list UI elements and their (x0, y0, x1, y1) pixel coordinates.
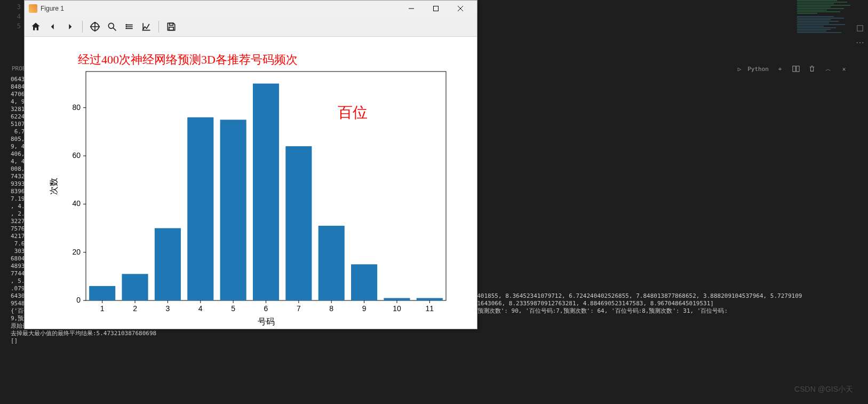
bar (187, 117, 213, 300)
window-close-button[interactable] (448, 1, 473, 17)
figure-window: Figure 1 (24, 0, 477, 329)
window-maximize-button[interactable] (424, 1, 448, 17)
svg-text:10: 10 (393, 304, 401, 313)
bar (155, 228, 181, 300)
chart-annotation: 百位 (338, 104, 368, 121)
svg-text:5: 5 (231, 304, 235, 313)
terminal-kernel-icon: ▷ (738, 66, 742, 73)
ide-side-button[interactable] (854, 22, 866, 34)
terminal-close-icon[interactable]: ✕ (839, 64, 849, 74)
terminal-trash-icon[interactable] (807, 64, 817, 74)
svg-point-4 (108, 23, 114, 28)
chart-svg: 经过400次神经网络预测3D各推荐号码频次0204060801234567891… (25, 37, 478, 330)
toolbar-save-button[interactable] (163, 19, 179, 35)
plot-area[interactable]: 经过400次神经网络预测3D各推荐号码频次0204060801234567891… (25, 37, 477, 329)
svg-text:9: 9 (362, 304, 367, 313)
svg-rect-2 (797, 66, 799, 72)
x-axis-label: 号码 (258, 317, 275, 326)
toolbar-zoom-button[interactable] (104, 19, 120, 35)
terminal-tabs: ▷ Python + ︿ ✕ (738, 64, 849, 74)
toolbar-separator (82, 21, 83, 33)
svg-text:8: 8 (329, 304, 333, 313)
bar (122, 274, 148, 300)
toolbar-home-button[interactable] (28, 19, 44, 35)
svg-text:4: 4 (198, 304, 203, 313)
svg-rect-0 (857, 26, 863, 31)
bar (89, 286, 115, 300)
bar (384, 298, 410, 300)
toolbar-separator (158, 21, 159, 33)
terminal-kernel-label[interactable]: Python (747, 66, 769, 73)
toolbar-pan-button[interactable] (87, 19, 103, 35)
svg-rect-3 (434, 6, 439, 11)
bar (253, 84, 279, 300)
svg-text:6: 6 (264, 304, 268, 313)
svg-rect-1 (793, 66, 795, 72)
window-minimize-button[interactable] (399, 1, 424, 17)
line-number: 3 (3, 2, 21, 12)
svg-text:3: 3 (166, 304, 170, 313)
bar (318, 226, 345, 300)
svg-text:11: 11 (426, 304, 434, 313)
toolbar-subplots-button[interactable] (121, 19, 137, 35)
figure-toolbar (25, 17, 477, 37)
svg-rect-5 (169, 27, 173, 30)
figure-title-bar[interactable]: Figure 1 (25, 1, 477, 17)
toolbar-axes-button[interactable] (138, 19, 154, 35)
terminal-split-icon[interactable] (791, 64, 801, 74)
svg-text:0: 0 (76, 296, 81, 304)
svg-text:20: 20 (72, 248, 81, 256)
svg-text:60: 60 (72, 151, 81, 160)
svg-text:80: 80 (72, 103, 81, 112)
line-number: 5 (3, 21, 21, 31)
chart-title: 经过400次神经网络预测3D各推荐号码频次 (78, 53, 298, 66)
svg-text:40: 40 (72, 199, 81, 208)
line-number: 4 (3, 12, 21, 21)
ide-side-button[interactable]: ⋯ (854, 36, 866, 48)
figure-app-icon (29, 4, 37, 13)
watermark-text: CSDN @GIS小天 (794, 385, 853, 394)
bar (351, 264, 377, 300)
svg-text:1: 1 (100, 304, 105, 313)
figure-title: Figure 1 (41, 5, 64, 12)
toolbar-forward-button[interactable] (62, 19, 78, 35)
svg-text:2: 2 (133, 304, 137, 313)
terminal-add-button[interactable]: + (775, 64, 785, 74)
bar (417, 298, 443, 300)
bar (285, 146, 312, 300)
svg-rect-6 (170, 23, 173, 25)
svg-text:7: 7 (297, 304, 301, 313)
y-axis-label: 次数 (49, 178, 58, 195)
editor-gutter: 3 4 5 (0, 0, 24, 64)
toolbar-back-button[interactable] (45, 19, 61, 35)
bar (220, 120, 246, 300)
terminal-chevron-up-icon[interactable]: ︿ (823, 64, 833, 74)
